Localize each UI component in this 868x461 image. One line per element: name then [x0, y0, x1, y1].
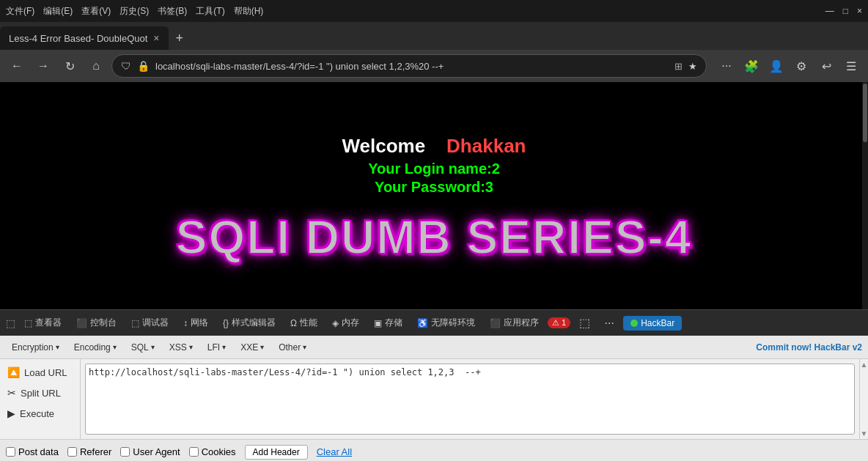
encryption-label: Encryption [12, 342, 54, 353]
cookies-input[interactable] [189, 447, 199, 457]
performance-icon: Ω [290, 318, 297, 328]
devtools-performance[interactable]: Ω 性能 [284, 314, 323, 332]
devtools-memory[interactable]: ◈ 内存 [326, 314, 365, 332]
browser-scrollbar[interactable] [862, 82, 868, 309]
refresh-button[interactable]: ↻ [59, 55, 81, 77]
debugger-label: 调试器 [142, 317, 169, 329]
execute-button[interactable]: ▶ Execute [0, 405, 80, 422]
title-bar-menus: 文件(F) 编辑(E) 查看(V) 历史(S) 书签(B) 工具(T) 帮助(H… [6, 5, 263, 18]
extensions-button[interactable]: 🧩 [740, 55, 762, 77]
devtools-more-button[interactable]: ⬚ [573, 312, 595, 334]
minimize-button[interactable]: — [825, 6, 834, 16]
sync-button[interactable]: 👤 [765, 55, 787, 77]
devtools-console[interactable]: ⬛ 控制台 [70, 314, 122, 332]
welcome-name: Dhakkan [446, 135, 526, 157]
inspector-label: 查看器 [35, 317, 62, 329]
performance-label: 性能 [300, 317, 317, 329]
menu-view[interactable]: 查看(V) [81, 5, 111, 18]
user-agent-label: User Agent [133, 446, 180, 457]
hackbar-toggle[interactable]: HackBar [623, 316, 682, 331]
devtools-right-area: ⚠ 1 ⬚ ··· HackBar [548, 312, 682, 334]
hackbar-status-dot [630, 320, 638, 327]
url-bar[interactable]: 🛡 🔒 ⊞ ★ [111, 54, 707, 78]
hackbar-panel: Encryption ▾ Encoding ▾ SQL ▾ XSS ▾ LFI … [0, 336, 868, 461]
xss-menu[interactable]: XSS ▾ [163, 340, 199, 355]
home-button[interactable]: ⌂ [85, 55, 107, 77]
execute-label: Execute [20, 408, 54, 419]
commit-button[interactable]: Commit now! HackBar v2 [756, 342, 862, 353]
devtools-network[interactable]: ↕ 网络 [177, 314, 214, 332]
menu-bookmarks[interactable]: 书签(B) [158, 5, 187, 18]
scroll-up-icon[interactable]: ▲ [861, 361, 868, 369]
devtools-accessibility[interactable]: ♿ 无障碍环境 [411, 314, 481, 332]
settings-button[interactable]: ⚙ [790, 55, 812, 77]
encryption-menu[interactable]: Encryption ▾ [6, 340, 65, 355]
cookies-label: Cookies [202, 446, 236, 457]
grid-icon: ⊞ [674, 61, 683, 72]
encoding-arrow: ▾ [113, 343, 117, 351]
tab-close-button[interactable]: × [153, 32, 159, 44]
hackbar-url-textarea[interactable] [85, 364, 855, 435]
more-button[interactable]: ··· [716, 55, 738, 77]
other-menu[interactable]: Other ▾ [273, 340, 312, 355]
network-label: 网络 [191, 317, 208, 329]
error-icon: ⚠ [552, 318, 559, 327]
user-agent-input[interactable] [120, 447, 130, 457]
inspect-icon: ⬚ [6, 317, 15, 329]
console-label: 控制台 [90, 317, 117, 329]
devtools-inspector[interactable]: ⬚ 查看器 [18, 314, 67, 332]
maximize-button[interactable]: □ [843, 6, 848, 16]
menu-tools[interactable]: 工具(T) [196, 5, 224, 18]
encoding-menu[interactable]: Encoding ▾ [68, 340, 122, 355]
accessibility-icon: ♿ [417, 318, 428, 328]
referer-checkbox[interactable]: Referer [67, 446, 111, 457]
add-header-button[interactable]: Add Header [245, 445, 308, 460]
load-url-icon: 🔼 [7, 366, 20, 378]
post-data-label: Post data [18, 446, 59, 457]
hackbar-body: 🔼 Load URL ✂ Split URL ▶ Execute ▲ ▼ [0, 359, 868, 439]
forward-button[interactable]: → [32, 55, 54, 77]
application-label: 应用程序 [504, 317, 539, 329]
split-url-button[interactable]: ✂ Split URL [0, 384, 80, 402]
post-data-input[interactable] [6, 447, 15, 457]
xss-label: XSS [169, 342, 187, 353]
load-url-button[interactable]: 🔼 Load URL [0, 364, 80, 381]
referer-input[interactable] [67, 447, 77, 457]
clear-all-button[interactable]: Clear All [317, 446, 352, 457]
devtools-options-button[interactable]: ··· [598, 312, 620, 334]
shield-icon: 🛡 [121, 60, 131, 72]
user-agent-checkbox[interactable]: User Agent [120, 446, 180, 457]
active-tab[interactable]: Less-4 Error Based- DoubleQuot × [0, 26, 169, 50]
url-input[interactable] [155, 61, 669, 72]
menu-file[interactable]: 文件(F) [6, 5, 34, 18]
tab-title: Less-4 Error Based- DoubleQuot [9, 33, 147, 44]
bookmark-icon[interactable]: ★ [688, 61, 697, 72]
cookies-checkbox[interactable]: Cookies [189, 446, 236, 457]
post-data-checkbox[interactable]: Post data [6, 446, 59, 457]
lfi-arrow: ▾ [222, 343, 226, 351]
devtools-debugger[interactable]: ⬚ 调试器 [125, 314, 174, 332]
close-button[interactable]: × [857, 6, 862, 16]
scroll-down-icon[interactable]: ▼ [861, 429, 868, 438]
application-icon: ⬛ [490, 318, 501, 328]
back-button[interactable]: ← [6, 55, 28, 77]
xxe-label: XXE [240, 342, 258, 353]
sql-arrow: ▾ [151, 343, 155, 351]
new-tab-button[interactable]: + [169, 26, 191, 50]
devtools-storage[interactable]: ▣ 存储 [368, 314, 408, 332]
back-btn2[interactable]: ↩ [815, 55, 837, 77]
menu-history[interactable]: 历史(S) [119, 5, 149, 18]
error-count: 1 [562, 318, 566, 327]
xxe-arrow: ▾ [260, 343, 264, 351]
customize-button[interactable]: ☰ [840, 55, 862, 77]
hackbar-url-area [81, 359, 859, 439]
sql-menu[interactable]: SQL ▾ [125, 340, 161, 355]
tab-bar: Less-4 Error Based- DoubleQuot × + [0, 22, 868, 50]
hackbar-scrollbar[interactable]: ▲ ▼ [859, 359, 868, 439]
xxe-menu[interactable]: XXE ▾ [235, 340, 270, 355]
lfi-menu[interactable]: LFI ▾ [202, 340, 232, 355]
menu-help[interactable]: 帮助(H) [234, 5, 264, 18]
devtools-application[interactable]: ⬛ 应用程序 [484, 314, 545, 332]
menu-edit[interactable]: 编辑(E) [43, 5, 73, 18]
devtools-style-editor[interactable]: {} 样式编辑器 [217, 314, 282, 332]
